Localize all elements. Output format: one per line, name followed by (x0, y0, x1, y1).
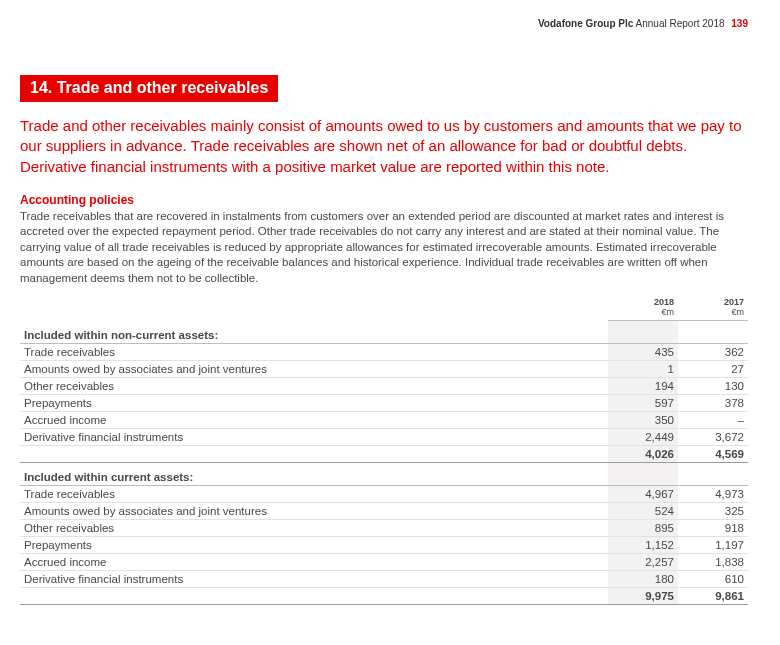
table-row: Prepayments597378 (20, 394, 748, 411)
table-row: Derivative financial instruments2,4493,6… (20, 428, 748, 445)
col-2018-header: 2018 €m (608, 296, 678, 320)
page-container: Vodafone Group Plc Annual Report 2018 13… (0, 0, 780, 629)
current-heading: Included within current assets: (20, 462, 608, 485)
table-row: Amounts owed by associates and joint ven… (20, 502, 748, 519)
current-total-row: 9,9759,861 (20, 587, 748, 604)
table-row: Accrued income350– (20, 411, 748, 428)
table-row: Trade receivables4,9674,973 (20, 485, 748, 502)
noncurrent-heading: Included within non-current assets: (20, 321, 608, 344)
section-intro: Trade and other receivables mainly consi… (20, 116, 748, 177)
col-2017-header: 2017 €m (678, 296, 748, 320)
table-row: Amounts owed by associates and joint ven… (20, 360, 748, 377)
table-row: Prepayments1,1521,197 (20, 536, 748, 553)
page-header: Vodafone Group Plc Annual Report 2018 13… (20, 18, 748, 35)
company-name: Vodafone Group Plc (538, 18, 633, 29)
accounting-policies-heading: Accounting policies (20, 193, 748, 207)
page-number: 139 (727, 18, 748, 29)
noncurrent-total-row: 4,0264,569 (20, 445, 748, 462)
table-row: Other receivables194130 (20, 377, 748, 394)
table-row: Other receivables895918 (20, 519, 748, 536)
table-row: Accrued income2,2571,838 (20, 553, 748, 570)
section-badge: 14. Trade and other receivables (20, 75, 278, 102)
report-title: Annual Report 2018 (636, 18, 728, 29)
receivables-table: 2018 €m 2017 €m Included within non-curr… (20, 296, 748, 604)
table-row: Trade receivables435362 (20, 343, 748, 360)
table-row: Derivative financial instruments180610 (20, 570, 748, 587)
accounting-policies-body: Trade receivables that are recovered in … (20, 209, 748, 287)
